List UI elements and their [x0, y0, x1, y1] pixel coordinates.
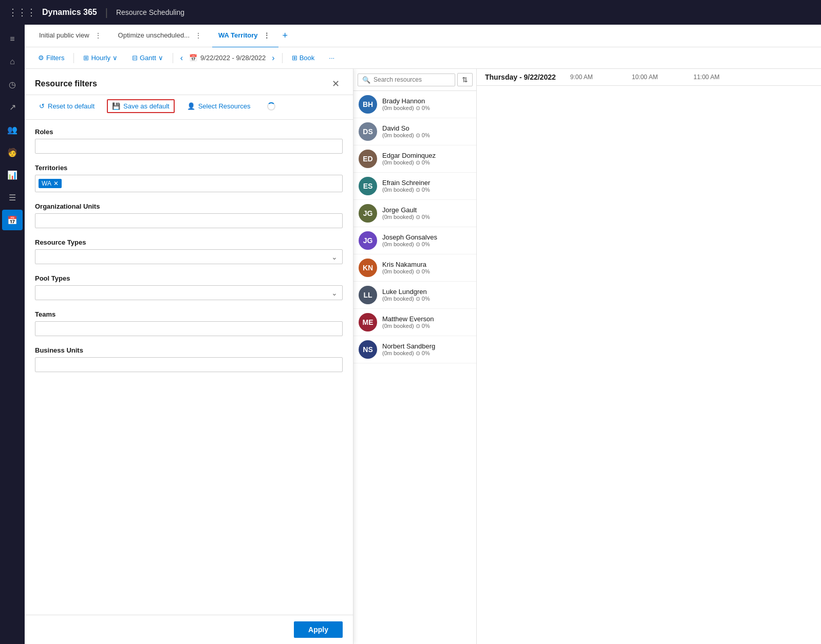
resource-item[interactable]: ED Edgar Dominquez (0m booked) ⊙ 0% — [353, 145, 476, 173]
hourly-chevron: ∨ — [113, 54, 118, 62]
resource-name: Joseph Gonsalves — [382, 233, 471, 241]
hourly-button[interactable]: ⊞ Hourly ∨ — [78, 52, 123, 64]
resource-avatar: NS — [359, 340, 377, 359]
tab-wa-territory[interactable]: WA Territory ⋮ — [212, 25, 278, 48]
territories-filter-group: Territories WA ✕ — [35, 164, 343, 192]
resource-name: Jorge Gault — [382, 206, 471, 214]
resource-info: Norbert Sandberg (0m booked) ⊙ 0% — [382, 342, 471, 357]
search-input[interactable] — [374, 76, 451, 83]
select-resources-button[interactable]: 👤 Select Resources — [183, 100, 255, 112]
save-as-default-button[interactable]: 💾 Save as default — [107, 99, 175, 113]
sidebar-icon-person[interactable]: 🧑 — [2, 142, 23, 162]
gantt-button[interactable]: ⊟ Gantt ∨ — [127, 52, 169, 64]
resource-avatar: DS — [359, 122, 377, 141]
select-resources-icon: 👤 — [187, 102, 195, 110]
sidebar-icon-list[interactable]: ☰ — [2, 187, 23, 208]
pool-types-label: Pool Types — [35, 274, 343, 282]
filters-actions: ↺ Reset to default 💾 Save as default 👤 S… — [25, 95, 353, 120]
sidebar-icon-users[interactable]: 👥 — [2, 119, 23, 140]
filters-body: Roles Territories WA ✕ — [25, 120, 353, 615]
resource-meta: (0m booked) ⊙ 0% — [382, 350, 471, 357]
search-icon: 🔍 — [362, 76, 370, 84]
tab-optimize-unscheduled[interactable]: Optimize unscheduled... ⋮ — [112, 25, 210, 48]
resource-name: Kris Nakamura — [382, 261, 471, 268]
apply-button[interactable]: Apply — [294, 621, 343, 638]
gantt-icon: ⊟ — [132, 54, 138, 62]
resource-item[interactable]: DS David So (0m booked) ⊙ 0% — [353, 118, 476, 145]
territories-input[interactable]: WA ✕ — [35, 175, 343, 192]
resource-types-select-wrapper — [35, 249, 343, 264]
resource-item[interactable]: KN Kris Nakamura (0m booked) ⊙ 0% — [353, 254, 476, 282]
time-slots: 9:00 AM 10:00 AM 11:00 AM — [568, 73, 753, 81]
tab-add-button[interactable]: + — [281, 28, 290, 43]
resource-avatar: ME — [359, 313, 377, 332]
book-button[interactable]: ⊞ Book — [287, 52, 320, 64]
date-prev-button[interactable]: ‹ — [177, 52, 186, 64]
save-icon: 💾 — [112, 102, 120, 110]
sidebar-icon-calendar[interactable]: 📅 — [2, 210, 23, 230]
tab-more-wa[interactable]: ⋮ — [261, 29, 272, 42]
reset-icon: ↺ — [39, 102, 45, 110]
toolbar: ⚙ Filters ⊞ Hourly ∨ ⊟ Gantt ∨ ‹ 📅 9/22/… — [25, 47, 821, 69]
teams-filter-group: Teams — [35, 310, 343, 336]
resource-item[interactable]: LL Luke Lundgren (0m booked) ⊙ 0% — [353, 282, 476, 309]
gantt-chevron: ∨ — [158, 54, 163, 62]
more-button[interactable]: ··· — [324, 52, 340, 64]
resource-avatar: KN — [359, 259, 377, 277]
tab-label: Optimize unscheduled... — [118, 31, 190, 39]
resource-info: Kris Nakamura (0m booked) ⊙ 0% — [382, 261, 471, 275]
org-units-input[interactable] — [35, 213, 343, 228]
sidebar-icon-clock[interactable]: ◷ — [2, 74, 23, 95]
resource-name: Brady Hannon — [382, 97, 471, 105]
resource-meta: (0m booked) ⊙ 0% — [382, 323, 471, 329]
territory-tag-remove-button[interactable]: ✕ — [53, 180, 59, 187]
tab-initial-public-view[interactable]: Initial public view ⋮ — [33, 25, 110, 48]
resource-info: Joseph Gonsalves (0m booked) ⊙ 0% — [382, 233, 471, 248]
resource-avatar: JG — [359, 204, 377, 223]
app-grid-icon[interactable]: ⋮⋮⋮ — [8, 7, 36, 18]
sidebar-icon-home[interactable]: ⌂ — [2, 51, 23, 72]
pool-types-filter-group: Pool Types — [35, 274, 343, 300]
resource-item[interactable]: JG Joseph Gonsalves (0m booked) ⊙ 0% — [353, 227, 476, 254]
filters-button[interactable]: ⚙ Filters — [33, 52, 69, 64]
main-content: Initial public view ⋮ Optimize unschedul… — [25, 25, 821, 644]
reset-to-default-button[interactable]: ↺ Reset to default — [35, 100, 99, 112]
roles-input[interactable] — [35, 139, 343, 154]
sort-button[interactable]: ⇅ — [457, 73, 473, 86]
app-layout: ≡ ⌂ ◷ ↗ 👥 🧑 📊 ☰ 📅 Initial public view ⋮ … — [0, 25, 821, 644]
top-bar: ⋮⋮⋮ Dynamics 365 | Resource Scheduling — [0, 0, 821, 25]
teams-input[interactable] — [35, 321, 343, 336]
resource-info: Jorge Gault (0m booked) ⊙ 0% — [382, 206, 471, 220]
resource-item[interactable]: ES Efrain Schreiner (0m booked) ⊙ 0% — [353, 173, 476, 200]
hourly-icon: ⊞ — [83, 54, 89, 62]
resource-avatar: BH — [359, 95, 377, 114]
filters-close-button[interactable]: ✕ — [329, 77, 343, 90]
resource-item[interactable]: ME Matthew Everson (0m booked) ⊙ 0% — [353, 309, 476, 336]
filters-title: Resource filters — [35, 79, 97, 88]
pool-types-select[interactable] — [35, 285, 343, 300]
resource-types-select[interactable] — [35, 249, 343, 264]
business-units-input[interactable] — [35, 357, 343, 372]
resource-item[interactable]: JG Jorge Gault (0m booked) ⊙ 0% — [353, 200, 476, 227]
date-next-button[interactable]: › — [269, 52, 277, 64]
resource-item[interactable]: BH Brady Hannon (0m booked) ⊙ 0% — [353, 91, 476, 118]
time-slot-2: 11:00 AM — [692, 73, 753, 81]
calendar-icon: 📅 — [189, 54, 197, 62]
resource-item[interactable]: NS Norbert Sandberg (0m booked) ⊙ 0% — [353, 336, 476, 363]
tab-more-initial[interactable]: ⋮ — [92, 29, 104, 42]
tab-more-optimize[interactable]: ⋮ — [193, 29, 204, 42]
schedule-header: Thursday - 9/22/2022 9:00 AM 10:00 AM 11… — [477, 69, 821, 86]
schedule-grid — [477, 86, 821, 644]
resources-list: BH Brady Hannon (0m booked) ⊙ 0% DS Davi… — [353, 91, 476, 644]
pool-types-select-wrapper — [35, 285, 343, 300]
resource-meta: (0m booked) ⊙ 0% — [382, 187, 471, 193]
toolbar-divider-3 — [282, 53, 283, 63]
roles-filter-group: Roles — [35, 128, 343, 154]
resource-meta: (0m booked) ⊙ 0% — [382, 105, 471, 112]
resources-search: 🔍 ⇅ — [353, 69, 476, 91]
sidebar-icon-chart[interactable]: ↗ — [2, 97, 23, 117]
filters-header: Resource filters ✕ — [25, 69, 353, 95]
resource-name: Luke Lundgren — [382, 288, 471, 296]
sidebar-icon-reports[interactable]: 📊 — [2, 164, 23, 185]
sidebar-icon-menu[interactable]: ≡ — [2, 29, 23, 49]
